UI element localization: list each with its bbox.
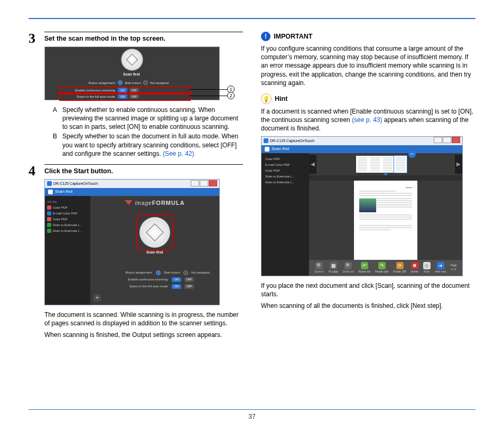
next-step-icon: ➔ bbox=[437, 262, 444, 269]
rotate-right-button[interactable]: ↷Rotate right bbox=[375, 262, 389, 274]
zoom-out-button[interactable]: 🔍Zoom out bbox=[343, 262, 354, 274]
header-bar: Scan first bbox=[262, 145, 462, 153]
sidebar-item-label: Scan to Evernote (... bbox=[265, 174, 294, 179]
thumbnail-bar: ◀ − ▶ bbox=[309, 153, 462, 181]
maximize-icon[interactable] bbox=[443, 137, 451, 143]
option-not-assigned[interactable]: Not assigned bbox=[150, 81, 169, 85]
sidebar-item[interactable]: Color PDF bbox=[47, 205, 88, 210]
next-step-button[interactable]: ➔Next step bbox=[435, 262, 446, 274]
scan-first-button[interactable] bbox=[121, 49, 143, 71]
evernote-icon bbox=[47, 223, 51, 227]
maximize-icon[interactable] bbox=[200, 180, 208, 186]
right-para-2: When scanning of all the documents is fi… bbox=[261, 302, 475, 310]
sidebar-item[interactable]: Color PDF bbox=[47, 217, 88, 221]
top-rule bbox=[29, 18, 475, 19]
sidebar-item[interactable]: E-mail Color PDF bbox=[47, 211, 88, 215]
toolbar-label: Zoom out bbox=[343, 270, 354, 274]
delete-icon: ✖ bbox=[411, 262, 418, 269]
sidebar-item-label: Scan to Evernote (... bbox=[53, 223, 82, 227]
rotate-180-button[interactable]: ⟳Rotate 180 bbox=[393, 262, 406, 274]
page-thumbnail[interactable] bbox=[369, 156, 381, 173]
sidebar-item[interactable]: Scan to Evernote (... bbox=[47, 223, 88, 227]
page-label: Page bbox=[451, 264, 457, 267]
thumb-prev-button[interactable]: ◀ bbox=[309, 155, 316, 174]
scan-button[interactable]: ◇Scan bbox=[423, 262, 431, 274]
scan-first-label: Scan first bbox=[44, 72, 219, 77]
radio-start-button[interactable] bbox=[118, 80, 123, 85]
scan-icon: ◇ bbox=[423, 262, 431, 269]
callout-circle-2: 2 bbox=[227, 92, 235, 99]
delete-button[interactable]: ✖Delete bbox=[410, 262, 418, 274]
continuous-scanning-label: Enable continuous scanning: bbox=[116, 277, 169, 281]
page-thumbnail[interactable] bbox=[356, 156, 369, 173]
rotate-left-button[interactable]: ↶Rotate left bbox=[358, 262, 370, 274]
hint-text: If a document is scanned when [Enable co… bbox=[261, 107, 475, 133]
email-icon bbox=[47, 211, 51, 215]
radio-start-button[interactable] bbox=[156, 270, 161, 275]
hint-icon: 💡 bbox=[261, 93, 272, 104]
step-3-item-1-text: Specify whether to enable continuous sca… bbox=[62, 106, 243, 132]
option-start-button[interactable]: Start button bbox=[125, 81, 141, 85]
brand-chevron-icon bbox=[125, 200, 132, 205]
toggle-continuous-off[interactable]: OFF bbox=[184, 277, 194, 282]
minimize-icon[interactable] bbox=[191, 180, 199, 186]
rotate-left-icon: ↶ bbox=[361, 262, 368, 269]
see-p43-link[interactable]: (see p. 43) bbox=[352, 116, 382, 124]
thumb-next-button[interactable]: ▶ bbox=[455, 155, 462, 174]
button-assignment-label: Button assignment: bbox=[60, 81, 116, 85]
step-4-para-2: When scanning is finished, the Output se… bbox=[44, 331, 243, 339]
step-3-title: Set the scan method in the top screen. bbox=[44, 32, 243, 43]
radio-not-assigned[interactable] bbox=[183, 270, 188, 275]
circled-1-icon: A bbox=[53, 106, 60, 132]
toolbar-label: Next step bbox=[435, 270, 446, 274]
option-start-button[interactable]: Start button bbox=[164, 270, 180, 275]
step-4-number: 4 bbox=[29, 164, 40, 342]
hint-heading: 💡 Hint bbox=[261, 93, 475, 104]
page-thumbnail-selected[interactable] bbox=[394, 156, 407, 173]
close-icon[interactable] bbox=[452, 137, 460, 143]
zoom-in-icon: 🔍 bbox=[315, 262, 323, 269]
close-icon[interactable] bbox=[209, 180, 217, 186]
header-bar: Scan first bbox=[45, 188, 219, 196]
window-controls[interactable] bbox=[190, 180, 217, 187]
sidebar-item[interactable]: Scan to Evernote (... bbox=[47, 229, 88, 233]
sidebar-item-label: Color PDF bbox=[53, 217, 68, 221]
minimize-icon[interactable] bbox=[434, 137, 442, 143]
thumb-marker-icon bbox=[383, 173, 388, 176]
sidebar-item[interactable]: Color PDF bbox=[264, 157, 307, 161]
step-4: 4 Click the Start button. DR-C125 Captur… bbox=[29, 164, 243, 342]
option-not-assigned[interactable]: Not assigned bbox=[191, 270, 210, 275]
window-title: DR-C125 CaptureOnTouch bbox=[53, 181, 98, 186]
zoom-in-button[interactable]: 🔍Zoom in bbox=[314, 262, 324, 274]
circled-2-icon: B bbox=[53, 132, 60, 158]
job-list-sidebar: Job list Color PDF E-mail Color PDF Colo… bbox=[45, 196, 90, 305]
start-scan-highlight bbox=[136, 214, 173, 251]
toggle-auto-on[interactable]: ON bbox=[172, 284, 181, 289]
two-column-layout: 3 Set the scan method in the top screen.… bbox=[29, 32, 475, 345]
remove-page-button[interactable]: − bbox=[408, 151, 416, 158]
toggle-continuous-on[interactable]: ON bbox=[172, 277, 181, 282]
step-3-explanation-list: A Specify whether to enable continuous s… bbox=[44, 106, 243, 158]
window-titlebar: DR-C125 CaptureOnTouch bbox=[262, 137, 462, 145]
page-thumbnail[interactable] bbox=[381, 156, 394, 173]
radio-not-assigned[interactable] bbox=[143, 80, 148, 85]
app-icon bbox=[47, 181, 52, 186]
sidebar-item[interactable]: E-mail Color PDF bbox=[264, 163, 307, 167]
home-icon[interactable] bbox=[48, 190, 53, 194]
add-job-button[interactable]: + bbox=[94, 294, 101, 302]
sidebar-item[interactable]: Scan to Evernote (... bbox=[264, 180, 307, 184]
page-indicator: Page4 / 4 bbox=[451, 264, 457, 271]
toolbar-label: Rotate right bbox=[375, 270, 389, 274]
home-icon[interactable] bbox=[265, 147, 269, 152]
zoom-out-icon: 🔍 bbox=[344, 262, 352, 269]
toggle-auto-off[interactable]: OFF bbox=[184, 284, 194, 289]
sidebar-item-label: E-mail Color PDF bbox=[53, 211, 78, 215]
header-title: Scan first bbox=[55, 189, 72, 195]
right-column: ! IMPORTANT If you configure scanning co… bbox=[261, 32, 475, 345]
sidebar-item[interactable]: Color PDF bbox=[264, 168, 307, 173]
start-scan-button[interactable] bbox=[139, 217, 170, 248]
see-p42-link[interactable]: (See p. 42) bbox=[163, 150, 194, 157]
sidebar-item[interactable]: Scan to Evernote (... bbox=[264, 174, 307, 179]
fit-page-button[interactable]: ▦Fit page bbox=[329, 262, 338, 274]
window-controls[interactable] bbox=[433, 137, 460, 144]
